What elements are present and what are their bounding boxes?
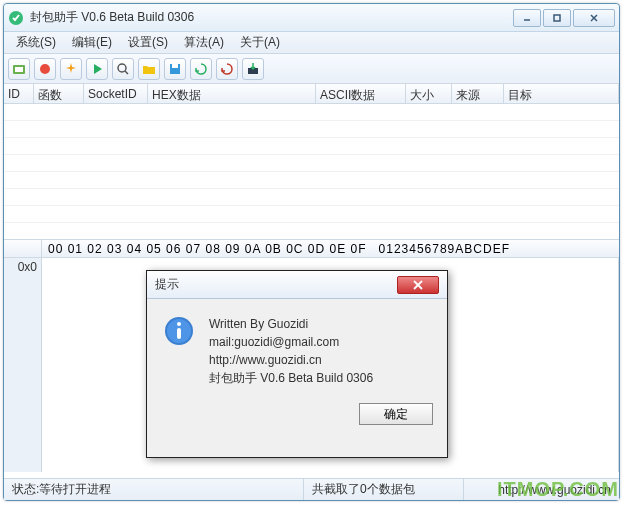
col-asciidata[interactable]: ASCII数据 xyxy=(316,84,406,103)
packet-grid[interactable]: ID 函数 SocketID HEX数据 ASCII数据 大小 来源 目标 xyxy=(4,84,619,240)
col-source[interactable]: 来源 xyxy=(452,84,504,103)
dialog-titlebar[interactable]: 提示 xyxy=(147,271,447,299)
col-id[interactable]: ID xyxy=(4,84,34,103)
recycle-green-button[interactable] xyxy=(190,58,212,80)
menu-about[interactable]: 关于(A) xyxy=(234,32,286,53)
status-left: 状态:等待打开进程 xyxy=(4,479,304,500)
search-button[interactable] xyxy=(112,58,134,80)
hex-header: 00 01 02 03 04 05 06 07 08 09 0A 0B 0C 0… xyxy=(4,240,619,258)
svg-rect-6 xyxy=(15,67,23,72)
grid-row xyxy=(4,104,619,121)
col-func[interactable]: 函数 xyxy=(34,84,84,103)
dialog-footer: 确定 xyxy=(147,395,447,433)
ok-button[interactable]: 确定 xyxy=(359,403,433,425)
dialog-line1: Written By Guozidi xyxy=(209,315,373,333)
export-button[interactable] xyxy=(242,58,264,80)
hex-address: 0x0 xyxy=(4,258,42,472)
svg-line-9 xyxy=(125,71,128,74)
menu-system[interactable]: 系统(S) xyxy=(10,32,62,53)
info-icon xyxy=(163,315,195,347)
open-folder-button[interactable] xyxy=(138,58,160,80)
grid-row xyxy=(4,223,619,240)
app-icon xyxy=(8,10,24,26)
dialog-text: Written By Guozidi mail:guozidi@gmail.co… xyxy=(209,315,373,387)
dialog-close-button[interactable] xyxy=(397,276,439,294)
menubar: 系统(S) 编辑(E) 设置(S) 算法(A) 关于(A) xyxy=(4,32,619,54)
maximize-button[interactable] xyxy=(543,9,571,27)
about-dialog: 提示 Written By Guozidi mail:guozidi@gmail… xyxy=(146,270,448,458)
spark-button[interactable] xyxy=(60,58,82,80)
menu-algorithm[interactable]: 算法(A) xyxy=(178,32,230,53)
dialog-line4: 封包助手 V0.6 Beta Build 0306 xyxy=(209,369,373,387)
watermark: ITMOP.COM xyxy=(497,478,619,501)
grid-row xyxy=(4,189,619,206)
svg-point-17 xyxy=(177,322,181,326)
svg-rect-11 xyxy=(172,64,178,68)
status-center: 共截取了0个数据包 xyxy=(304,479,464,500)
save-button[interactable] xyxy=(164,58,186,80)
toolbar xyxy=(4,54,619,84)
dialog-line2: mail:guozidi@gmail.com xyxy=(209,333,373,351)
grid-row xyxy=(4,206,619,223)
hex-ascii-columns: 0123456789ABCDEF xyxy=(373,240,516,257)
menu-edit[interactable]: 编辑(E) xyxy=(66,32,118,53)
grid-row xyxy=(4,138,619,155)
record-button[interactable] xyxy=(34,58,56,80)
menu-settings[interactable]: 设置(S) xyxy=(122,32,174,53)
grid-row xyxy=(4,172,619,189)
col-socketid[interactable]: SocketID xyxy=(84,84,148,103)
col-size[interactable]: 大小 xyxy=(406,84,452,103)
grid-body[interactable] xyxy=(4,104,619,240)
grid-row xyxy=(4,155,619,172)
open-process-button[interactable] xyxy=(8,58,30,80)
grid-row xyxy=(4,121,619,138)
dialog-body: Written By Guozidi mail:guozidi@gmail.co… xyxy=(147,299,447,395)
svg-rect-18 xyxy=(177,328,181,339)
play-button[interactable] xyxy=(86,58,108,80)
dialog-line3: http://www.guozidi.cn xyxy=(209,351,373,369)
col-hexdata[interactable]: HEX数据 xyxy=(148,84,316,103)
minimize-button[interactable] xyxy=(513,9,541,27)
svg-rect-2 xyxy=(554,15,560,21)
svg-point-7 xyxy=(40,64,50,74)
svg-point-8 xyxy=(118,64,126,72)
window-buttons xyxy=(513,9,615,27)
recycle-red-button[interactable] xyxy=(216,58,238,80)
dialog-title: 提示 xyxy=(155,276,397,293)
close-button[interactable] xyxy=(573,9,615,27)
titlebar[interactable]: 封包助手 V0.6 Beta Build 0306 xyxy=(4,4,619,32)
hex-gutter-header xyxy=(4,240,42,257)
window-title: 封包助手 V0.6 Beta Build 0306 xyxy=(30,9,513,26)
grid-header: ID 函数 SocketID HEX数据 ASCII数据 大小 来源 目标 xyxy=(4,84,619,104)
hex-byte-columns: 00 01 02 03 04 05 06 07 08 09 0A 0B 0C 0… xyxy=(42,240,373,257)
col-target[interactable]: 目标 xyxy=(504,84,619,103)
